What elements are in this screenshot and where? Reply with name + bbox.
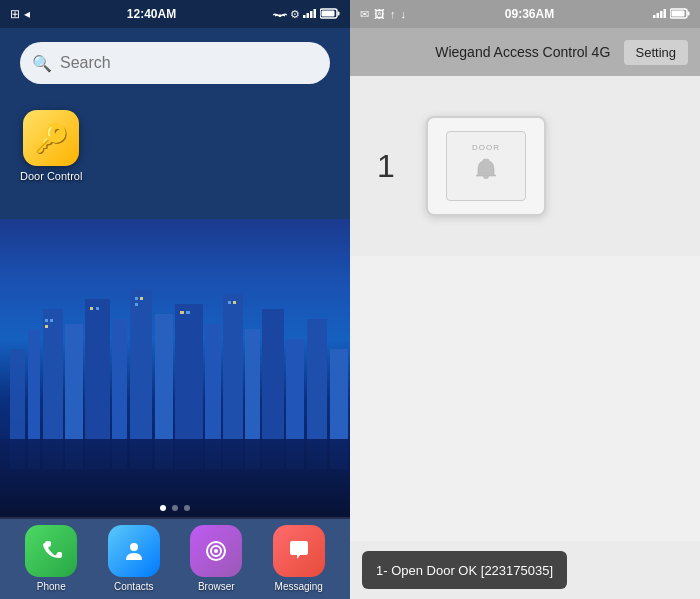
- svg-rect-24: [50, 319, 53, 322]
- dock-browser[interactable]: Browser: [190, 525, 242, 592]
- svg-rect-3: [313, 9, 316, 18]
- back-status-icon: ↑: [390, 8, 396, 20]
- wifi-icon: [273, 8, 287, 20]
- dot-3: [184, 505, 190, 511]
- middle-section: [350, 256, 700, 541]
- page-dots: [0, 505, 350, 511]
- right-phone: ✉ 🖼 ↑ ↓ 09:36AM Wiegand Access Control 4…: [350, 0, 700, 599]
- svg-rect-29: [140, 297, 143, 300]
- app-header: Wiegand Access Control 4G Setting: [350, 28, 700, 76]
- svg-rect-25: [45, 325, 48, 328]
- svg-rect-46: [671, 10, 684, 16]
- dock-phone[interactable]: Phone: [25, 525, 77, 592]
- door-control-label: Door Control: [20, 170, 82, 182]
- door-number: 1: [366, 148, 406, 185]
- bell-icon: [472, 156, 500, 190]
- svg-rect-2: [310, 11, 313, 18]
- status-right-icons-left: ⚙: [273, 8, 340, 21]
- contacts-icon: [108, 525, 160, 577]
- dot-2: [172, 505, 178, 511]
- signal-icon-right: [653, 8, 667, 20]
- svg-rect-0: [303, 15, 306, 18]
- dock-contacts[interactable]: Contacts: [108, 525, 160, 592]
- svg-rect-45: [687, 11, 689, 15]
- status-time-left: 12:40AM: [127, 7, 176, 21]
- image-status-icon: 🖼: [374, 8, 385, 20]
- left-phone: ⊞ ◂ 12:40AM ⚙ 🔍 🔑 Door Control: [0, 0, 350, 599]
- dot-1: [160, 505, 166, 511]
- doorbell-label: DOOR: [472, 143, 500, 152]
- svg-rect-1: [306, 13, 309, 18]
- svg-rect-31: [180, 311, 184, 314]
- dock-browser-label: Browser: [198, 581, 235, 592]
- notification-box: 1- Open Door OK [223175035]: [362, 551, 567, 589]
- signal-icon-left: [303, 8, 317, 20]
- door-control-app-icon[interactable]: 🔑 Door Control: [20, 110, 82, 182]
- doorbell-widget[interactable]: DOOR: [426, 116, 546, 216]
- doorbell-inner: DOOR: [446, 131, 526, 201]
- battery-icon-right: [670, 8, 690, 21]
- back-arrow-icon: ◂: [24, 7, 30, 21]
- status-left-icons: ⊞ ◂: [10, 7, 30, 21]
- door-section: 1 DOOR: [350, 76, 700, 256]
- notification-text: 1- Open Door OK [223175035]: [376, 563, 553, 578]
- bottom-dock: Phone Contacts Browser Messaging: [0, 517, 350, 599]
- svg-point-39: [214, 549, 218, 553]
- svg-rect-5: [337, 11, 339, 15]
- svg-rect-32: [186, 311, 190, 314]
- svg-rect-43: [663, 9, 666, 18]
- message-status-icon: ✉: [360, 8, 369, 21]
- svg-rect-28: [135, 297, 138, 300]
- door-control-icon: 🔑: [23, 110, 79, 166]
- notification-wrap: 1- Open Door OK [223175035]: [350, 541, 700, 599]
- setting-button[interactable]: Setting: [624, 40, 688, 65]
- status-bar-left: ⊞ ◂ 12:40AM ⚙: [0, 0, 350, 28]
- svg-rect-23: [45, 319, 48, 322]
- phone-icon: [25, 525, 77, 577]
- battery-icon-left: [320, 8, 340, 21]
- svg-rect-42: [660, 11, 663, 18]
- download-status-icon: ↓: [401, 8, 407, 20]
- status-right-left-icons: ✉ 🖼 ↑ ↓: [360, 8, 406, 21]
- svg-rect-27: [96, 307, 99, 310]
- status-bar-right: ✉ 🖼 ↑ ↓ 09:36AM: [350, 0, 700, 28]
- dock-messaging-label: Messaging: [275, 581, 323, 592]
- dock-phone-label: Phone: [37, 581, 66, 592]
- svg-rect-40: [653, 15, 656, 18]
- city-background: [0, 219, 350, 519]
- status-time-right: 09:36AM: [505, 7, 554, 21]
- svg-rect-30: [135, 303, 138, 306]
- status-right-right-icons: [653, 8, 690, 21]
- messaging-icon: [273, 525, 325, 577]
- dock-contacts-label: Contacts: [114, 581, 153, 592]
- svg-rect-26: [90, 307, 93, 310]
- app-content: 1 DOOR 1- Open Door OK [223175035]: [350, 76, 700, 599]
- svg-rect-33: [228, 301, 231, 304]
- search-bar[interactable]: 🔍: [20, 42, 330, 84]
- svg-point-36: [130, 543, 138, 551]
- grid-icon: ⊞: [10, 7, 20, 21]
- svg-rect-41: [656, 13, 659, 18]
- svg-rect-34: [233, 301, 236, 304]
- app-title: Wiegand Access Control 4G: [422, 44, 624, 60]
- browser-icon: [190, 525, 242, 577]
- svg-rect-6: [321, 10, 334, 16]
- search-input[interactable]: [20, 42, 330, 84]
- settings-icon: ⚙: [290, 8, 300, 21]
- search-icon: 🔍: [32, 54, 52, 73]
- key-icon: 🔑: [34, 122, 69, 155]
- dock-messaging[interactable]: Messaging: [273, 525, 325, 592]
